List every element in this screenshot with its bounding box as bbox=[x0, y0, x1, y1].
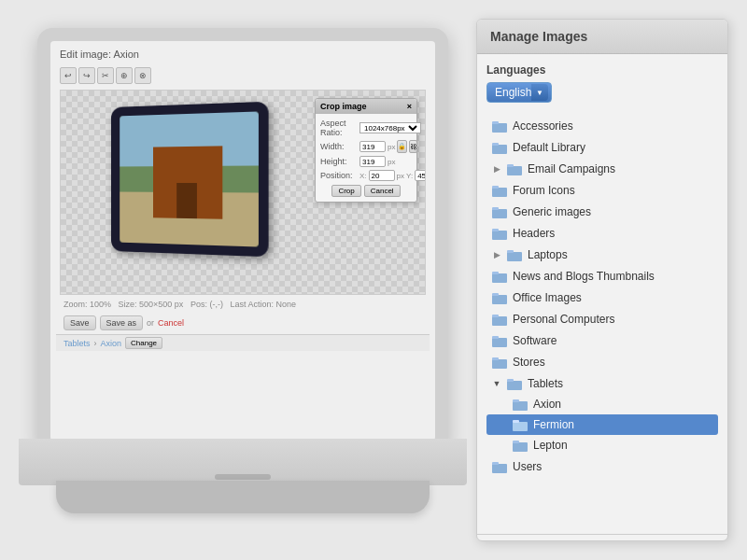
tree-section-accessories: Accessories bbox=[486, 116, 718, 136]
tree-item-generic-images[interactable]: Generic images bbox=[486, 202, 718, 222]
folder-icon-headers bbox=[492, 228, 507, 240]
toolbar-crop[interactable]: ✂ bbox=[97, 67, 114, 84]
tree-section-headers: Headers bbox=[486, 223, 718, 244]
folder-icon-generic-images bbox=[492, 206, 507, 218]
toolbar-rotate-left[interactable]: ↩ bbox=[60, 67, 77, 84]
breadcrumb-axion-link[interactable]: Axion bbox=[101, 339, 122, 348]
height-input[interactable] bbox=[359, 156, 386, 167]
width-lock-btn[interactable]: 🔒 bbox=[397, 140, 407, 153]
breadcrumb-bar: Tablets › Axion Change bbox=[56, 334, 430, 351]
change-button[interactable]: Change bbox=[125, 337, 162, 349]
barn-image bbox=[120, 111, 259, 246]
tree-item-default-library[interactable]: Default Library bbox=[486, 137, 718, 158]
tree-label-forum-icons: Forum Icons bbox=[513, 184, 575, 197]
toolbar-rotate-right[interactable]: ↪ bbox=[78, 67, 95, 84]
toolbar-zoom-out[interactable]: ⊗ bbox=[134, 67, 151, 84]
position-label: Position: bbox=[320, 171, 358, 180]
panel-header: Manage Images bbox=[477, 20, 727, 54]
crop-dialog-body: Aspect Ratio: 1024x768px Width: px 🔒 bbox=[316, 114, 416, 202]
svg-rect-25 bbox=[507, 379, 514, 382]
tree-label-news-blogs: News and Blogs Thumbnails bbox=[513, 270, 655, 283]
tree-item-office-images[interactable]: Office Images bbox=[486, 287, 718, 308]
tree-label-personal-computers: Personal Computers bbox=[513, 313, 614, 326]
width-label: Width: bbox=[320, 142, 358, 151]
svg-rect-10 bbox=[492, 231, 507, 240]
editor-area: Edit image: Axion ↩ ↪ ✂ ⊕ ⊗ bbox=[50, 41, 435, 441]
tree-section-default-library: Default Library bbox=[486, 137, 718, 158]
tree-label-tablets-axion: Axion bbox=[533, 398, 561, 411]
editor-toolbar: ↩ ↪ ✂ ⊕ ⊗ bbox=[56, 65, 430, 86]
save-as-button[interactable]: Save as bbox=[100, 315, 144, 330]
barn-door bbox=[176, 182, 197, 218]
svg-rect-23 bbox=[492, 357, 499, 360]
tree-label-tablets-fermion: Fermion bbox=[533, 418, 574, 431]
tree-item-news-blogs[interactable]: News and Blogs Thumbnails bbox=[486, 266, 718, 287]
folder-icon-stores bbox=[492, 357, 507, 369]
svg-rect-27 bbox=[513, 399, 519, 402]
pos-y-input[interactable] bbox=[415, 170, 426, 181]
save-button[interactable]: Save bbox=[63, 315, 96, 330]
folder-icon-email-campaigns bbox=[507, 163, 522, 175]
toolbar-zoom-in[interactable]: ⊕ bbox=[116, 67, 133, 84]
tablet-body bbox=[111, 102, 269, 258]
breadcrumb-separator: › bbox=[94, 339, 97, 348]
tree-item-personal-computers[interactable]: Personal Computers bbox=[486, 309, 718, 329]
height-label: Height: bbox=[320, 157, 358, 166]
tree-label-generic-images: Generic images bbox=[513, 205, 591, 218]
folder-icon-accessories bbox=[492, 120, 507, 133]
tree-item-email-campaigns[interactable]: ▶ Email Campaigns bbox=[486, 159, 718, 179]
tree-item-tablets-fermion[interactable]: Fermion bbox=[486, 414, 718, 435]
panel-body: Languages English ▼ Accessories Defau bbox=[477, 54, 727, 534]
tree-section-generic-images: Generic images bbox=[486, 202, 718, 222]
width-row: Width: px 🔒 ⛓ bbox=[320, 140, 412, 153]
width-link-btn[interactable]: ⛓ bbox=[409, 140, 417, 153]
width-input[interactable] bbox=[359, 141, 386, 152]
tree-item-users[interactable]: Users bbox=[486, 456, 718, 477]
aspect-ratio-row: Aspect Ratio: 1024x768px bbox=[320, 119, 412, 137]
folder-icon-news-blogs bbox=[492, 271, 507, 283]
svg-rect-18 bbox=[492, 316, 507, 326]
svg-rect-20 bbox=[492, 338, 507, 347]
tree-item-software[interactable]: Software bbox=[486, 330, 718, 351]
pos-x-input[interactable] bbox=[369, 170, 395, 181]
aspect-ratio-select[interactable]: 1024x768px bbox=[359, 122, 421, 133]
cancel-link[interactable]: Cancel bbox=[158, 318, 184, 328]
tree-label-email-campaigns: Email Campaigns bbox=[528, 162, 615, 175]
laptop-container: Edit image: Axion ↩ ↪ ✂ ⊕ ⊗ bbox=[19, 28, 467, 523]
height-row: Height: px bbox=[320, 156, 412, 167]
editor-title: Edit image: Axion bbox=[56, 47, 430, 62]
editor-canvas: Crop image × Aspect Ratio: 1024x768px bbox=[60, 90, 426, 295]
tree-item-tablets[interactable]: ▼ Tablets bbox=[486, 373, 718, 394]
svg-rect-6 bbox=[492, 188, 507, 197]
svg-rect-24 bbox=[507, 381, 522, 390]
tree-section-forum-icons: Forum Icons bbox=[486, 180, 718, 201]
svg-rect-22 bbox=[492, 359, 507, 369]
language-select[interactable]: English bbox=[486, 82, 552, 103]
crop-cancel-button[interactable]: Cancel bbox=[364, 185, 401, 197]
folder-icon-default-library bbox=[492, 142, 507, 154]
tree-item-forum-icons[interactable]: Forum Icons bbox=[486, 180, 718, 201]
tree-item-accessories[interactable]: Accessories bbox=[486, 116, 718, 136]
tree-item-tablets-axion[interactable]: Axion bbox=[486, 394, 718, 414]
folder-icon-tablets-lepton bbox=[513, 440, 528, 452]
svg-rect-26 bbox=[513, 401, 528, 411]
svg-rect-31 bbox=[513, 441, 519, 443]
folder-icon-users bbox=[492, 461, 507, 473]
tree-label-tablets: Tablets bbox=[528, 377, 563, 390]
tree-section-stores: Stores bbox=[486, 352, 718, 372]
chevron-tablets: ▼ bbox=[492, 379, 501, 388]
crop-dialog-close[interactable]: × bbox=[407, 102, 412, 111]
chevron-laptops: ▶ bbox=[492, 250, 501, 259]
tree-item-laptops[interactable]: ▶ Laptops bbox=[486, 245, 718, 265]
tree-item-headers[interactable]: Headers bbox=[486, 223, 718, 244]
crop-confirm-button[interactable]: Crop bbox=[331, 185, 360, 197]
tree-section-tablets: ▼ Tablets Axion Fermion Lepton bbox=[486, 373, 718, 455]
svg-rect-12 bbox=[507, 252, 522, 261]
tree-label-accessories: Accessories bbox=[513, 119, 573, 133]
or-text: or bbox=[147, 318, 154, 328]
svg-rect-5 bbox=[507, 164, 514, 167]
tablet-device-preview bbox=[89, 100, 275, 268]
breadcrumb-tablets-link[interactable]: Tablets bbox=[63, 339, 91, 348]
tree-item-stores[interactable]: Stores bbox=[486, 352, 718, 372]
tree-item-tablets-lepton[interactable]: Lepton bbox=[486, 435, 718, 455]
